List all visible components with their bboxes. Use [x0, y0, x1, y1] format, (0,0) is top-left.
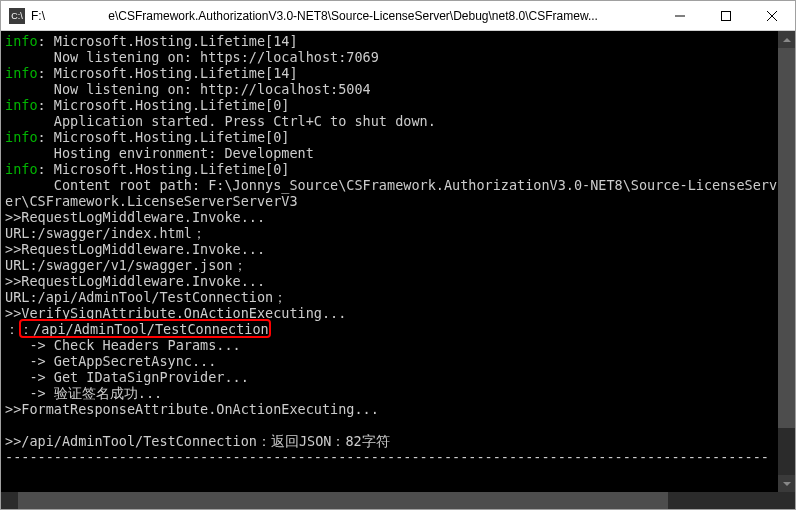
log-text: >>RequestLogMiddleware.Invoke... — [5, 241, 265, 257]
log-level: info — [5, 33, 38, 49]
log-text: Application started. Press Ctrl+C to shu… — [5, 113, 436, 129]
window-controls — [657, 1, 795, 30]
console-line — [5, 417, 791, 433]
console-line: Hosting environment: Development — [5, 145, 791, 161]
console-line: URL:/swagger/index.html； — [5, 225, 791, 241]
log-text: er\CSFramework.LicenseServerServerV3 — [5, 193, 298, 209]
console-line: info: Microsoft.Hosting.Lifetime[0] — [5, 129, 791, 145]
log-text: : Microsoft.Hosting.Lifetime[14] — [38, 65, 298, 81]
log-text: -> Check Headers Params... — [5, 337, 241, 353]
vertical-scrollbar[interactable] — [778, 31, 795, 509]
console-line: Application started. Press Ctrl+C to shu… — [5, 113, 791, 129]
scroll-down-button[interactable] — [778, 475, 795, 492]
console-line: Content root path: F:\Jonnys_Source\CSFr… — [5, 177, 791, 193]
svg-rect-1 — [722, 11, 731, 20]
console-line: ----------------------------------------… — [5, 449, 791, 465]
scroll-thumb-horizontal[interactable] — [18, 492, 668, 509]
scrollbar-corner — [778, 492, 795, 509]
console-line: -> Get IDataSignProvider... — [5, 369, 791, 385]
console-output[interactable]: info: Microsoft.Hosting.Lifetime[14] Now… — [1, 31, 795, 509]
window-title: F:\ e\CSFramework.AuthorizationV3.0-NET8… — [31, 9, 657, 23]
log-text: : Microsoft.Hosting.Lifetime[14] — [38, 33, 298, 49]
console-line: -> 验证签名成功... — [5, 385, 791, 401]
console-line: -> Check Headers Params... — [5, 337, 791, 353]
log-text: >>RequestLogMiddleware.Invoke... — [5, 209, 265, 225]
console-window: C:\ F:\ e\CSFramework.AuthorizationV3.0-… — [0, 0, 796, 510]
log-level: info — [5, 161, 38, 177]
console-line: >>FormatResponseAttribute.OnActionExecut… — [5, 401, 791, 417]
log-text: >>FormatResponseAttribute.OnActionExecut… — [5, 401, 379, 417]
log-text: : Microsoft.Hosting.Lifetime[0] — [38, 97, 290, 113]
minimize-button[interactable] — [657, 1, 703, 30]
log-text: Now listening on: https://localhost:7069 — [5, 49, 379, 65]
console-line: info: Microsoft.Hosting.Lifetime[14] — [5, 33, 791, 49]
console-line: >>RequestLogMiddleware.Invoke... — [5, 273, 791, 289]
maximize-button[interactable] — [703, 1, 749, 30]
console-line: -> GetAppSecretAsync... — [5, 353, 791, 369]
log-text: Hosting environment: Development — [5, 145, 314, 161]
log-text: : Microsoft.Hosting.Lifetime[0] — [38, 129, 290, 145]
log-text: -> Get IDataSignProvider... — [5, 369, 249, 385]
log-text: URL:/swagger/index.html； — [5, 225, 206, 241]
console-line: Now listening on: https://localhost:7069 — [5, 49, 791, 65]
console-line: er\CSFramework.LicenseServerServerV3 — [5, 193, 791, 209]
log-text: URL:/api/AdminTool/TestConnection； — [5, 289, 287, 305]
horizontal-scrollbar[interactable] — [1, 492, 795, 509]
log-text: -> GetAppSecretAsync... — [5, 353, 216, 369]
close-button[interactable] — [749, 1, 795, 30]
console-line: info: Microsoft.Hosting.Lifetime[0] — [5, 161, 791, 177]
console-line: Now listening on: http://localhost:5004 — [5, 81, 791, 97]
scroll-thumb-vertical[interactable] — [778, 48, 795, 428]
log-text: Now listening on: http://localhost:5004 — [5, 81, 371, 97]
log-level: info — [5, 97, 38, 113]
log-text: >>VerifySignAttribute.OnActionExecuting.… — [5, 305, 346, 321]
log-text: Content root path: F:\Jonnys_Source\CSFr… — [5, 177, 777, 193]
log-level: info — [5, 129, 38, 145]
log-text: : Microsoft.Hosting.Lifetime[0] — [38, 161, 290, 177]
log-text: >>/api/AdminTool/TestConnection：返回JSON：8… — [5, 433, 390, 449]
console-line: >>/api/AdminTool/TestConnection：返回JSON：8… — [5, 433, 791, 449]
redacted-segment — [45, 11, 65, 22]
titlebar[interactable]: C:\ F:\ e\CSFramework.AuthorizationV3.0-… — [1, 1, 795, 31]
scroll-up-button[interactable] — [778, 31, 795, 48]
app-icon: C:\ — [9, 8, 25, 24]
log-text: ----------------------------------------… — [5, 449, 769, 465]
console-line: >>RequestLogMiddleware.Invoke... — [5, 209, 791, 225]
log-level: info — [5, 65, 38, 81]
log-text: ：：/api/AdminTool/TestConnection — [5, 321, 269, 337]
log-text: -> 验证签名成功... — [5, 385, 162, 401]
redacted-segment — [68, 11, 108, 22]
console-line: URL:/api/AdminTool/TestConnection； — [5, 289, 791, 305]
log-text: URL:/swagger/v1/swagger.json； — [5, 257, 247, 273]
console-line: ：：/api/AdminTool/TestConnection — [5, 321, 791, 337]
console-line: URL:/swagger/v1/swagger.json； — [5, 257, 791, 273]
console-line: >>VerifySignAttribute.OnActionExecuting.… — [5, 305, 791, 321]
console-line: >>RequestLogMiddleware.Invoke... — [5, 241, 791, 257]
log-text: >>RequestLogMiddleware.Invoke... — [5, 273, 265, 289]
console-line: info: Microsoft.Hosting.Lifetime[14] — [5, 65, 791, 81]
console-line: info: Microsoft.Hosting.Lifetime[0] — [5, 97, 791, 113]
